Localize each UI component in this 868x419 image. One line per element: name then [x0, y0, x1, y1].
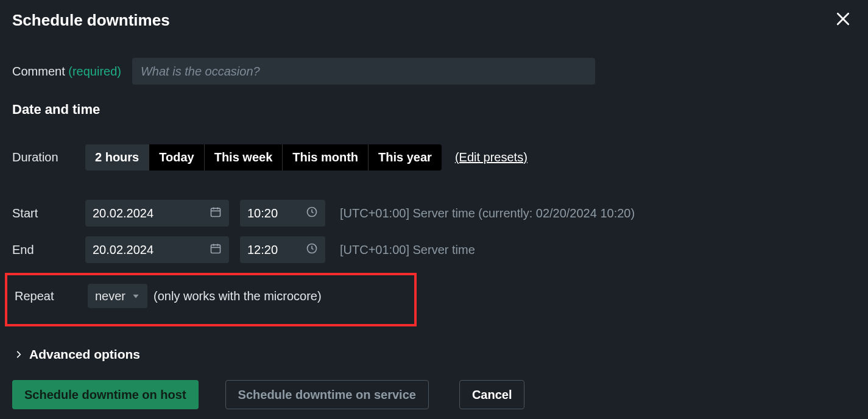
start-date-input[interactable]: 20.02.2024 — [85, 200, 229, 227]
calendar-icon — [210, 242, 222, 258]
repeat-note: (only works with the microcore) — [153, 289, 322, 303]
comment-label: Comment — [12, 65, 65, 78]
start-row: Start 20.02.2024 10:20 [UTC+01:00] Serve… — [12, 200, 856, 227]
action-buttons: Schedule downtime on host Schedule downt… — [12, 380, 856, 409]
end-date-input[interactable]: 20.02.2024 — [85, 236, 229, 263]
start-time-input[interactable]: 10:20 — [240, 200, 325, 227]
calendar-icon — [210, 206, 222, 221]
duration-preset-thisyear[interactable]: This year — [369, 144, 442, 171]
edit-presets-link[interactable]: (Edit presets) — [455, 150, 528, 164]
duration-presets: 2 hours Today This week This month This … — [85, 144, 442, 171]
end-date-value: 20.02.2024 — [93, 243, 153, 257]
end-label: End — [12, 243, 85, 257]
end-time-input[interactable]: 12:20 — [240, 236, 325, 263]
advanced-options-toggle[interactable]: Advanced options — [15, 347, 856, 362]
duration-label: Duration — [12, 150, 85, 164]
clock-icon — [306, 206, 318, 221]
duration-preset-thismonth[interactable]: This month — [283, 144, 369, 171]
repeat-label: Repeat — [15, 289, 88, 303]
start-label: Start — [12, 206, 85, 220]
duration-preset-2hours[interactable]: 2 hours — [85, 144, 149, 171]
duration-preset-thisweek[interactable]: This week — [205, 144, 283, 171]
repeat-value: never — [95, 289, 125, 303]
svg-rect-2 — [211, 208, 221, 216]
cancel-button[interactable]: Cancel — [459, 380, 525, 409]
end-time-value: 12:20 — [247, 243, 278, 257]
close-icon — [835, 11, 851, 27]
end-tz-note: [UTC+01:00] Server time — [340, 243, 475, 257]
svg-marker-12 — [133, 294, 138, 298]
svg-rect-7 — [211, 245, 221, 253]
schedule-host-button[interactable]: Schedule downtime on host — [12, 380, 199, 409]
duration-row: Duration 2 hours Today This week This mo… — [12, 144, 856, 171]
start-time-value: 10:20 — [247, 206, 278, 220]
end-row: End 20.02.2024 12:20 [UTC+01:00] Server … — [12, 236, 856, 263]
clock-icon — [306, 242, 318, 258]
start-date-value: 20.02.2024 — [93, 206, 153, 220]
comment-input[interactable] — [132, 58, 595, 85]
start-tz-note: [UTC+01:00] Server time (currently: 02/2… — [340, 206, 635, 220]
comment-row: Comment (required) — [12, 58, 856, 85]
repeat-select[interactable]: never — [88, 284, 147, 308]
datetime-heading: Date and time — [12, 102, 856, 118]
duration-preset-today[interactable]: Today — [149, 144, 204, 171]
close-button[interactable] — [835, 11, 851, 27]
schedule-service-button[interactable]: Schedule downtime on service — [225, 380, 429, 409]
repeat-highlight-box: Repeat never (only works with the microc… — [5, 273, 417, 326]
comment-required: (required) — [68, 65, 121, 78]
dialog-title: Schedule downtimes — [12, 11, 856, 30]
chevron-right-icon — [15, 347, 23, 362]
chevron-down-icon — [132, 289, 140, 303]
advanced-options-label: Advanced options — [29, 347, 140, 362]
